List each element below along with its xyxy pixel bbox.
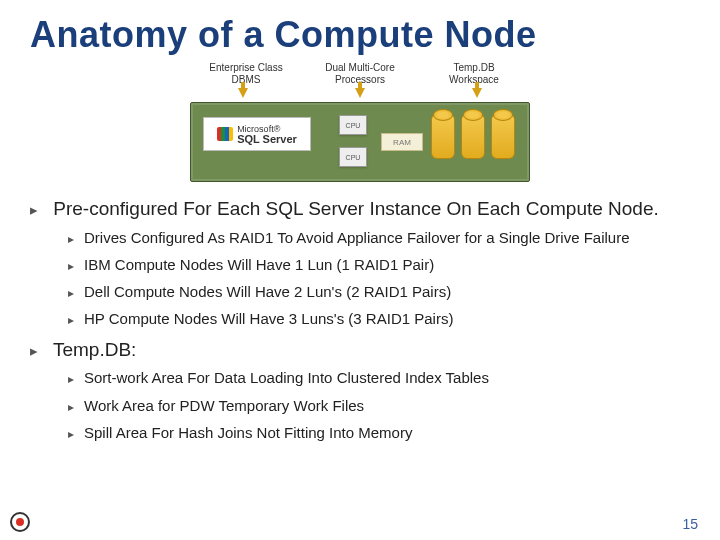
bullet-list: Pre-configured For Each SQL Server Insta… <box>30 196 690 443</box>
label-dbms: Enterprise ClassDBMS <box>196 62 296 86</box>
board: Microsoft® SQL Server CPU CPU RAM <box>190 102 530 182</box>
footer-logo-icon <box>6 510 36 534</box>
disk-icon <box>461 115 485 159</box>
compute-node-diagram: Enterprise ClassDBMS Dual Multi-CoreProc… <box>190 62 530 182</box>
sublist: Drives Configured As RAID1 To Avoid Appl… <box>68 228 690 330</box>
ram-icon: RAM <box>381 133 423 151</box>
arrow-down-icon <box>472 88 482 102</box>
list-item: Dell Compute Nodes Will Have 2 Lun's (2 … <box>68 282 690 302</box>
cpu-chip-icon: CPU <box>339 115 367 135</box>
list-item: HP Compute Nodes Will Have 3 Luns's (3 R… <box>68 309 690 329</box>
list-item: Spill Area For Hash Joins Not Fitting In… <box>68 423 690 443</box>
arrow-down-icon <box>355 88 365 102</box>
disk-icon <box>431 115 455 159</box>
list-item: Work Area for PDW Temporary Work Files <box>68 396 690 416</box>
list-item-text: Pre-configured For Each SQL Server Insta… <box>53 198 659 219</box>
sqlserver-flag-icon <box>217 127 233 141</box>
sqlserver-box: Microsoft® SQL Server <box>203 117 311 151</box>
list-item: Sort-work Area For Data Loading Into Clu… <box>68 368 690 388</box>
list-item-text: Temp.DB: <box>53 339 136 360</box>
list-item: Pre-configured For Each SQL Server Insta… <box>30 196 690 330</box>
sqlserver-big: SQL Server <box>237 133 297 145</box>
cpu-chip-icon: CPU <box>339 147 367 167</box>
sublist: Sort-work Area For Data Loading Into Clu… <box>68 368 690 443</box>
list-item: Temp.DB: Sort-work Area For Data Loading… <box>30 337 690 443</box>
diagram-arrows <box>190 88 530 102</box>
label-tempdb: Temp.DBWorkspace <box>424 62 524 86</box>
sqlserver-text: Microsoft® SQL Server <box>237 124 297 145</box>
disk-icon <box>491 115 515 159</box>
arrow-down-icon <box>238 88 248 102</box>
slide-title: Anatomy of a Compute Node <box>30 14 690 56</box>
list-item: IBM Compute Nodes Will Have 1 Lun (1 RAI… <box>68 255 690 275</box>
tempdb-drives <box>431 115 515 159</box>
page-number: 15 <box>682 516 698 532</box>
slide: Anatomy of a Compute Node Enterprise Cla… <box>0 0 720 540</box>
list-item: Drives Configured As RAID1 To Avoid Appl… <box>68 228 690 248</box>
